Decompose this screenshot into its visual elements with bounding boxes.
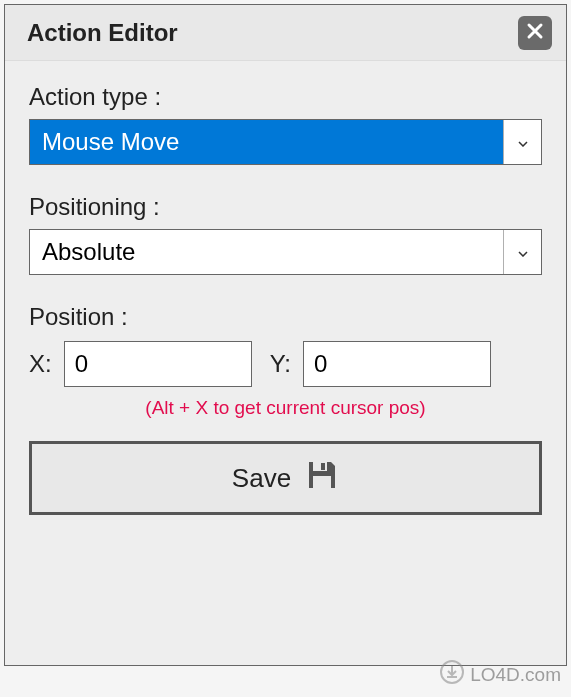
watermark: LO4D.com [440, 660, 561, 689]
dropdown-arrow-button[interactable] [503, 120, 541, 164]
titlebar: Action Editor [5, 5, 566, 61]
chevron-down-icon [518, 243, 528, 261]
y-input[interactable] [304, 342, 571, 386]
watermark-text: LO4D.com [470, 664, 561, 686]
save-button[interactable]: Save [29, 441, 542, 515]
y-spinner [303, 341, 491, 387]
action-editor-window: Action Editor Action type : Mouse Move P… [4, 4, 567, 666]
save-icon [305, 458, 339, 499]
positioning-value: Absolute [30, 230, 503, 274]
close-button[interactable] [518, 16, 552, 50]
y-label: Y: [270, 350, 291, 378]
position-label: Position : [29, 303, 542, 331]
x-label: X: [29, 350, 52, 378]
download-icon [440, 660, 464, 689]
dropdown-arrow-button[interactable] [503, 230, 541, 274]
position-hint: (Alt + X to get current cursor pos) [29, 397, 542, 419]
chevron-down-icon [518, 133, 528, 151]
save-label: Save [232, 463, 291, 494]
positioning-dropdown[interactable]: Absolute [29, 229, 542, 275]
svg-rect-1 [321, 463, 325, 470]
x-spinner [64, 341, 252, 387]
close-icon [526, 22, 544, 44]
action-type-value: Mouse Move [30, 120, 503, 164]
action-type-dropdown[interactable]: Mouse Move [29, 119, 542, 165]
svg-rect-2 [313, 476, 331, 488]
window-title: Action Editor [27, 19, 178, 47]
content-area: Action type : Mouse Move Positioning : A… [5, 61, 566, 537]
positioning-label: Positioning : [29, 193, 542, 221]
action-type-label: Action type : [29, 83, 542, 111]
position-row: X: Y: [29, 341, 542, 387]
